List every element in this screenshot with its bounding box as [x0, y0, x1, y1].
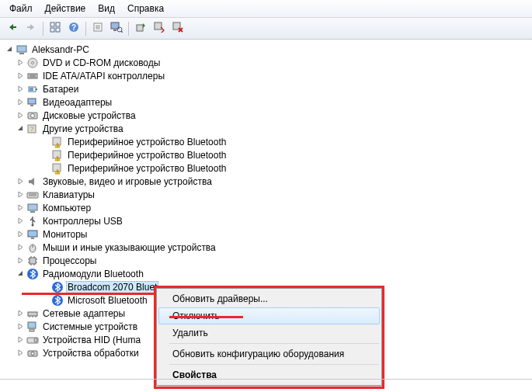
- expander-closed-icon[interactable]: [16, 349, 25, 358]
- question-icon: ?: [68, 22, 79, 35]
- back-button[interactable]: [4, 20, 21, 37]
- battery-icon: [26, 83, 39, 95]
- help-button[interactable]: ?: [65, 20, 82, 37]
- expander-closed-icon[interactable]: [16, 309, 25, 318]
- menu-help[interactable]: Справка: [121, 2, 170, 16]
- tree-label: Процессоры: [41, 255, 99, 266]
- mouse-icon: [26, 241, 39, 254]
- expander-closed-icon[interactable]: [16, 217, 25, 226]
- context-properties[interactable]: Свойства: [158, 366, 380, 383]
- disable-driver-icon: [154, 22, 165, 35]
- scan-button[interactable]: [108, 20, 125, 37]
- tree-category[interactable]: Звуковые, видео и игровые устройства: [5, 175, 530, 188]
- svg-point-46: [32, 224, 34, 226]
- context-scan-hardware[interactable]: Обновить конфигурацию оборудования: [158, 345, 380, 363]
- svg-rect-3: [56, 28, 60, 32]
- tree-label: Дисковые устройства: [41, 110, 137, 121]
- tree-label: Радиомодули Bluetooth: [41, 269, 145, 279]
- disable-button[interactable]: [151, 20, 168, 37]
- bluetooth-icon: [51, 281, 64, 293]
- tree-device[interactable]: ! Периферийное устройство Bluetooth: [5, 148, 530, 161]
- tree-label: Клавиатуры: [41, 189, 96, 200]
- expander-open-icon[interactable]: [5, 45, 14, 54]
- tree-category[interactable]: Контроллеры USB: [5, 214, 530, 227]
- arrow-right-icon: [26, 23, 37, 34]
- expander-closed-icon[interactable]: [16, 335, 25, 345]
- tree-label: Звуковые, видео и игровые устройства: [41, 176, 214, 187]
- tree-category[interactable]: Видеоадаптеры: [5, 95, 530, 109]
- tree-category[interactable]: Клавиатуры: [5, 188, 530, 201]
- context-separator: [169, 343, 379, 344]
- expander-closed-icon[interactable]: [16, 71, 25, 81]
- tree-category[interactable]: Мониторы: [5, 227, 530, 241]
- tree-label: IDE ATA/ATAPI контроллеры: [41, 71, 166, 82]
- expander-closed-icon[interactable]: [16, 58, 25, 68]
- keyboard-icon: [26, 189, 39, 201]
- expander-closed-icon[interactable]: [16, 256, 25, 265]
- svg-rect-48: [31, 238, 34, 239]
- tree-category[interactable]: Радиомодули Bluetooth: [5, 267, 530, 280]
- svg-rect-30: [30, 105, 33, 106]
- tree-label: Другие устройства: [41, 123, 125, 134]
- svg-rect-47: [28, 231, 37, 237]
- annotation-underline: [169, 316, 243, 318]
- svg-point-70: [34, 338, 37, 342]
- tree-device[interactable]: ! Периферийное устройство Bluetooth: [5, 161, 530, 175]
- update-driver-button[interactable]: [132, 20, 149, 37]
- svg-rect-68: [30, 329, 34, 331]
- tree-category[interactable]: Компьютер: [5, 201, 530, 214]
- context-menu: Обновить драйверы... Отключить Удалить О…: [156, 288, 382, 386]
- context-separator: [169, 364, 379, 365]
- expander-closed-icon[interactable]: [16, 111, 25, 120]
- uninstall-button[interactable]: [169, 20, 186, 37]
- expander-open-icon[interactable]: [16, 269, 25, 279]
- svg-rect-67: [28, 322, 36, 328]
- expander-open-icon[interactable]: [16, 124, 25, 134]
- properties-button[interactable]: [89, 20, 106, 37]
- tree-label: DVD и CD-ROM дисководы: [41, 57, 162, 68]
- disk-icon: [26, 109, 39, 122]
- tree-category[interactable]: Батареи: [5, 82, 530, 95]
- expander-closed-icon[interactable]: [16, 203, 25, 213]
- svg-rect-2: [50, 28, 54, 32]
- svg-rect-0: [50, 23, 54, 26]
- tree-category[interactable]: Мыши и иные указывающие устройства: [5, 241, 530, 254]
- computer-icon: [26, 202, 39, 214]
- unknown-warning-icon: !: [51, 149, 64, 161]
- tree-root[interactable]: Aleksandr-PC: [5, 43, 530, 56]
- tree-label: Мыши и иные указывающие устройства: [41, 242, 217, 253]
- svg-rect-19: [17, 46, 26, 52]
- menu-view[interactable]: Вид: [92, 2, 121, 16]
- tree-category[interactable]: IDE ATA/ATAPI контроллеры: [5, 69, 530, 82]
- svg-rect-20: [19, 53, 24, 54]
- menu-action[interactable]: Действие: [39, 2, 92, 16]
- unknown-device-icon: ?: [26, 123, 39, 135]
- tree-label: Мониторы: [41, 229, 89, 240]
- expander-closed-icon[interactable]: [16, 322, 25, 331]
- svg-rect-51: [30, 258, 36, 264]
- expander-closed-icon[interactable]: [16, 85, 25, 94]
- menu-file[interactable]: Файл: [3, 2, 39, 16]
- expander-closed-icon[interactable]: [16, 177, 25, 186]
- tree-label: Устройства HID (Huma: [41, 335, 142, 345]
- tree-category[interactable]: ? Другие устройства: [5, 122, 530, 135]
- tree-label: Периферийное устройство Bluetooth: [66, 137, 228, 147]
- svg-rect-27: [36, 88, 37, 90]
- svg-point-22: [32, 61, 34, 64]
- expander-closed-icon[interactable]: [16, 243, 25, 252]
- expander-closed-icon[interactable]: [16, 98, 25, 107]
- tree-category[interactable]: Дисковые устройства: [5, 109, 530, 122]
- annotation-underline: [22, 293, 155, 295]
- tree-label: Системные устройств: [41, 321, 139, 332]
- context-update-driver[interactable]: Обновить драйверы...: [158, 290, 380, 307]
- expander-closed-icon[interactable]: [16, 230, 25, 239]
- tree-label: Сетевые адаптеры: [41, 308, 127, 319]
- tree-device[interactable]: ! Периферийное устройство Bluetooth: [5, 135, 530, 148]
- view-button[interactable]: [47, 20, 64, 37]
- tree-category[interactable]: DVD и CD-ROM дисководы: [5, 56, 530, 69]
- tree-category[interactable]: Процессоры: [5, 254, 530, 267]
- context-delete[interactable]: Удалить: [158, 324, 380, 342]
- forward-button[interactable]: [23, 20, 40, 37]
- display-adapter-icon: [26, 96, 39, 109]
- expander-closed-icon[interactable]: [16, 190, 25, 199]
